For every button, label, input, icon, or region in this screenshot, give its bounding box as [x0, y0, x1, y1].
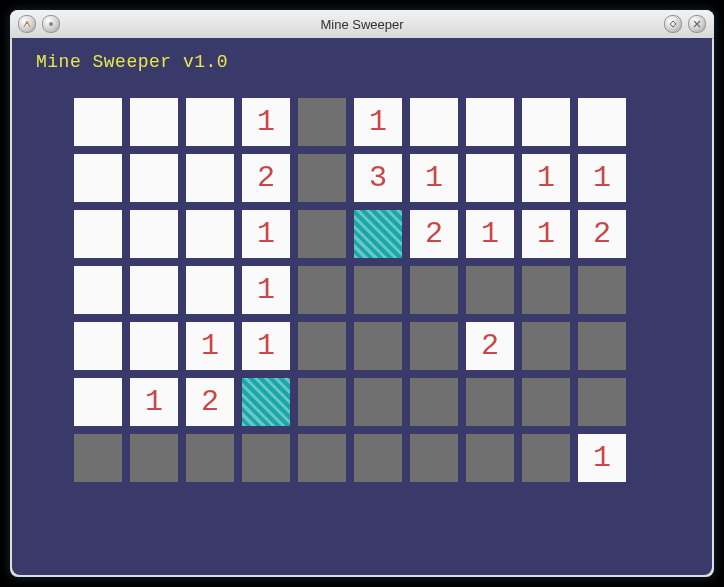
cell-6-7[interactable]	[466, 434, 514, 482]
cell-2-5[interactable]	[354, 210, 402, 258]
aux-icon[interactable]	[42, 15, 60, 33]
cell-1-5[interactable]: 3	[354, 154, 402, 202]
cell-3-9[interactable]	[578, 266, 626, 314]
svg-point-0	[49, 22, 53, 26]
cell-5-0[interactable]	[74, 378, 122, 426]
cell-0-0[interactable]	[74, 98, 122, 146]
cell-2-1[interactable]	[130, 210, 178, 258]
cell-3-0[interactable]	[74, 266, 122, 314]
minimize-icon[interactable]	[664, 15, 682, 33]
cell-4-8[interactable]	[522, 322, 570, 370]
cell-4-6[interactable]	[410, 322, 458, 370]
cell-4-4[interactable]	[298, 322, 346, 370]
cell-5-8[interactable]	[522, 378, 570, 426]
cell-3-1[interactable]	[130, 266, 178, 314]
window-title: Mine Sweeper	[10, 17, 714, 32]
cell-1-4[interactable]	[298, 154, 346, 202]
cell-3-6[interactable]	[410, 266, 458, 314]
app-icon[interactable]	[18, 15, 36, 33]
cell-6-6[interactable]	[410, 434, 458, 482]
cell-1-2[interactable]	[186, 154, 234, 202]
cell-1-9[interactable]: 1	[578, 154, 626, 202]
game-area: Mine Sweeper v1.0 1123111121121112121	[12, 38, 712, 575]
cell-0-8[interactable]	[522, 98, 570, 146]
cell-4-7[interactable]: 2	[466, 322, 514, 370]
cell-4-9[interactable]	[578, 322, 626, 370]
cell-5-7[interactable]	[466, 378, 514, 426]
cell-6-1[interactable]	[130, 434, 178, 482]
cell-4-2[interactable]: 1	[186, 322, 234, 370]
cell-1-1[interactable]	[130, 154, 178, 202]
cell-2-2[interactable]	[186, 210, 234, 258]
cell-3-5[interactable]	[354, 266, 402, 314]
cell-6-8[interactable]	[522, 434, 570, 482]
cell-5-9[interactable]	[578, 378, 626, 426]
cell-6-4[interactable]	[298, 434, 346, 482]
cell-3-7[interactable]	[466, 266, 514, 314]
cell-0-9[interactable]	[578, 98, 626, 146]
cell-2-8[interactable]: 1	[522, 210, 570, 258]
cell-2-6[interactable]: 2	[410, 210, 458, 258]
cell-0-5[interactable]: 1	[354, 98, 402, 146]
cell-6-2[interactable]	[186, 434, 234, 482]
cell-5-6[interactable]	[410, 378, 458, 426]
cell-2-0[interactable]	[74, 210, 122, 258]
cell-5-2[interactable]: 2	[186, 378, 234, 426]
cell-1-7[interactable]	[466, 154, 514, 202]
cell-2-3[interactable]: 1	[242, 210, 290, 258]
cell-4-5[interactable]	[354, 322, 402, 370]
cell-0-7[interactable]	[466, 98, 514, 146]
cell-1-3[interactable]: 2	[242, 154, 290, 202]
cell-5-1[interactable]: 1	[130, 378, 178, 426]
cell-0-1[interactable]	[130, 98, 178, 146]
cell-6-0[interactable]	[74, 434, 122, 482]
cell-0-4[interactable]	[298, 98, 346, 146]
cell-0-6[interactable]	[410, 98, 458, 146]
cell-4-3[interactable]: 1	[242, 322, 290, 370]
titlebar: Mine Sweeper	[10, 10, 714, 39]
cell-5-5[interactable]	[354, 378, 402, 426]
cell-1-8[interactable]: 1	[522, 154, 570, 202]
cell-0-3[interactable]: 1	[242, 98, 290, 146]
game-heading: Mine Sweeper v1.0	[36, 52, 688, 72]
cell-6-5[interactable]	[354, 434, 402, 482]
cell-2-4[interactable]	[298, 210, 346, 258]
mine-grid: 1123111121121112121	[74, 98, 688, 482]
cell-2-7[interactable]: 1	[466, 210, 514, 258]
window-frame: Mine Sweeper Mine Sweeper v1.0 112311112…	[10, 10, 714, 577]
cell-0-2[interactable]	[186, 98, 234, 146]
cell-5-3[interactable]	[242, 378, 290, 426]
cell-1-6[interactable]: 1	[410, 154, 458, 202]
cell-3-2[interactable]	[186, 266, 234, 314]
cell-3-8[interactable]	[522, 266, 570, 314]
cell-4-1[interactable]	[130, 322, 178, 370]
cell-5-4[interactable]	[298, 378, 346, 426]
cell-3-4[interactable]	[298, 266, 346, 314]
cell-1-0[interactable]	[74, 154, 122, 202]
cell-2-9[interactable]: 2	[578, 210, 626, 258]
cell-3-3[interactable]: 1	[242, 266, 290, 314]
close-icon[interactable]	[688, 15, 706, 33]
cell-4-0[interactable]	[74, 322, 122, 370]
cell-6-3[interactable]	[242, 434, 290, 482]
cell-6-9[interactable]: 1	[578, 434, 626, 482]
